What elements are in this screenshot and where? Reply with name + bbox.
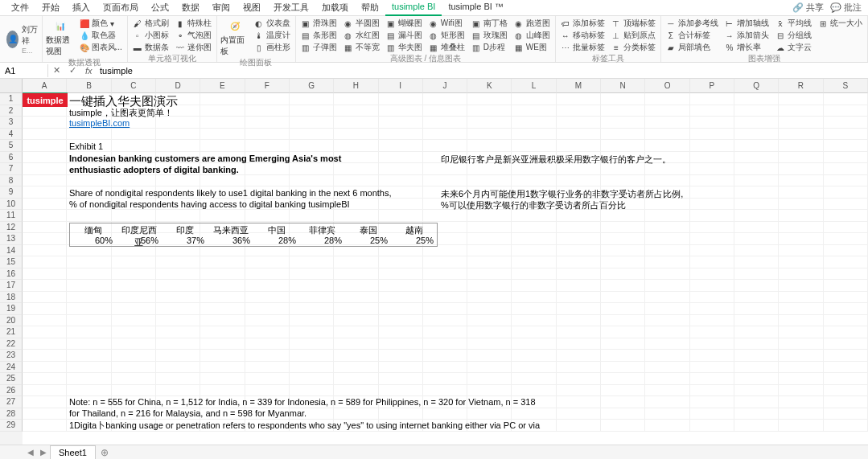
cell-J2[interactable] xyxy=(423,105,467,117)
comment-button[interactable]: 💬 批注 xyxy=(830,2,862,14)
cell-D22[interactable] xyxy=(156,338,200,350)
rbtn-g_adv.b15[interactable]: ▥D步程 xyxy=(470,42,509,53)
bubble[interactable]: ⚬气泡图 xyxy=(174,30,213,41)
cell-O25[interactable] xyxy=(645,373,689,385)
row-hdr-4[interactable]: 4 xyxy=(0,129,23,141)
rbtn-g_range.b2[interactable]: Σ合计标签 xyxy=(664,30,720,41)
menu-tab-11[interactable]: tusimple BI xyxy=(385,0,442,16)
cell-N16[interactable] xyxy=(601,268,645,281)
cell-K26[interactable] xyxy=(467,385,512,397)
cancel-fx[interactable]: ✕ xyxy=(48,65,64,76)
cell-B23[interactable] xyxy=(67,350,111,362)
cell-M11[interactable] xyxy=(557,210,601,222)
cell-N15[interactable] xyxy=(601,256,645,268)
menu-tab-12[interactable]: tusimple BI ™ xyxy=(442,0,509,16)
cell-A12[interactable] xyxy=(23,222,67,234)
row-hdr-10[interactable]: 10 xyxy=(0,199,23,211)
row-hdr-11[interactable]: 11 xyxy=(0,210,23,222)
cell-A5[interactable] xyxy=(23,140,67,152)
cell-Q19[interactable] xyxy=(734,303,779,315)
rbtn-g_range.b5[interactable]: →添加箭头 xyxy=(723,30,771,41)
cell-A22[interactable] xyxy=(23,338,67,350)
cell-S15[interactable] xyxy=(824,256,868,268)
cell-N13[interactable] xyxy=(601,233,645,245)
cell-K1[interactable] xyxy=(467,93,512,105)
cell-Q2[interactable] xyxy=(734,105,779,117)
cell-R9[interactable] xyxy=(779,186,823,199)
cell-R11[interactable] xyxy=(779,210,823,222)
rbtn-g_adv.b13[interactable]: ▣南丁格 xyxy=(470,18,509,29)
cell-J4[interactable] xyxy=(423,129,467,141)
cell-P19[interactable] xyxy=(690,303,734,315)
cell-G5[interactable] xyxy=(290,140,334,152)
share-button[interactable]: 🔗 共享 xyxy=(792,2,824,14)
cell-S18[interactable] xyxy=(824,292,868,304)
cell-P27[interactable] xyxy=(690,396,734,408)
next-sheet[interactable]: ▶ xyxy=(37,448,50,457)
cell-H20[interactable] xyxy=(334,315,378,327)
cell-D5[interactable] xyxy=(156,140,200,152)
col-hdr-E[interactable]: E xyxy=(200,79,245,93)
cell-P13[interactable] xyxy=(690,233,734,245)
cell-H5[interactable] xyxy=(334,140,378,152)
cell-F17[interactable] xyxy=(245,280,290,292)
cell-L1[interactable] xyxy=(512,93,556,105)
cell-Q21[interactable] xyxy=(734,326,779,338)
menu-tab-3[interactable]: 页面布局 xyxy=(97,0,145,16)
cell-K28[interactable] xyxy=(467,408,512,420)
cell-F21[interactable] xyxy=(245,326,290,338)
small-icon[interactable]: ▫小图标 xyxy=(131,30,171,41)
cell-K13[interactable] xyxy=(467,233,512,245)
rbtn-g_label.b3[interactable]: ⋯批量标签 xyxy=(559,42,607,53)
cell-F15[interactable] xyxy=(245,256,290,268)
cell-E15[interactable] xyxy=(200,256,245,268)
user-account[interactable]: 👤 刘万祥 E... xyxy=(0,16,43,62)
cell-E1[interactable] xyxy=(200,93,245,105)
cell-P22[interactable] xyxy=(690,338,734,350)
cell-P8[interactable] xyxy=(690,175,734,187)
cell-N8[interactable] xyxy=(601,175,645,187)
cell-H7[interactable] xyxy=(334,163,378,175)
cell-O22[interactable] xyxy=(645,338,689,350)
cell-G21[interactable] xyxy=(290,326,334,338)
cell-A26[interactable] xyxy=(23,385,67,397)
cell-O24[interactable] xyxy=(645,362,689,374)
rbtn-g_range.c2[interactable]: ⊟分组线 xyxy=(774,30,813,41)
col-hdr-Q[interactable]: Q xyxy=(734,79,779,93)
cell-K14[interactable] xyxy=(467,245,512,257)
cell-J28[interactable] xyxy=(423,408,467,420)
cell-K12[interactable] xyxy=(467,222,512,234)
row-hdr-20[interactable]: 20 xyxy=(0,315,23,327)
col-hdr-R[interactable]: R xyxy=(779,79,823,93)
rbtn-g_adv.b11[interactable]: ◍矩形图 xyxy=(427,30,467,41)
cell-R25[interactable] xyxy=(779,373,823,385)
rbtn-g_range.c3[interactable]: ☁文字云 xyxy=(774,42,813,53)
cell-E5[interactable] xyxy=(200,140,245,152)
cell-M4[interactable] xyxy=(557,129,601,141)
cell-F5[interactable] xyxy=(245,140,290,152)
cell-N22[interactable] xyxy=(601,338,645,350)
rbtn-g_range.c1[interactable]: x̄平均线 xyxy=(774,18,813,29)
menu-tab-7[interactable]: 视图 xyxy=(237,0,267,16)
cell-O27[interactable] xyxy=(645,396,689,408)
row-hdr-27[interactable]: 27 xyxy=(0,396,23,408)
cell-P24[interactable] xyxy=(690,362,734,374)
cell-Q16[interactable] xyxy=(734,268,779,281)
rbtn-g_range.b6[interactable]: %增长率 xyxy=(723,42,771,53)
cell-Q17[interactable] xyxy=(734,280,779,292)
cell-D21[interactable] xyxy=(156,326,200,338)
cell-L14[interactable] xyxy=(512,245,556,257)
row-hdr-24[interactable]: 24 xyxy=(0,362,23,374)
accept-fx[interactable]: ✓ xyxy=(64,65,80,76)
cell-P5[interactable] xyxy=(690,140,734,152)
cell-O20[interactable] xyxy=(645,315,689,327)
cell-K18[interactable] xyxy=(467,292,512,304)
row-hdr-16[interactable]: 16 xyxy=(0,268,23,281)
cell-H8[interactable] xyxy=(334,175,378,187)
cell-N4[interactable] xyxy=(601,129,645,141)
cell-E22[interactable] xyxy=(200,338,245,350)
cell-K5[interactable] xyxy=(467,140,512,152)
cell-B26[interactable] xyxy=(67,385,111,397)
cell-M1[interactable] xyxy=(557,93,601,105)
cell-N25[interactable] xyxy=(601,373,645,385)
